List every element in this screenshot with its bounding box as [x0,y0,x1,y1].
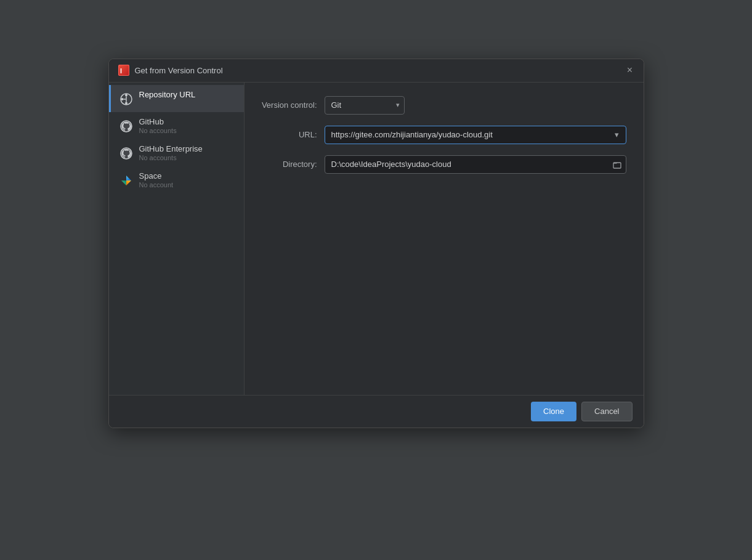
app-icon: I [118,64,130,76]
svg-point-5 [125,102,127,104]
sidebar-item-title-github-enterprise: GitHub Enterprise [139,144,203,153]
svg-point-4 [125,94,127,96]
cancel-button[interactable]: Cancel [581,402,632,421]
url-dropdown-button[interactable]: ▾ [610,128,624,142]
version-control-row: Version control: Git Mercurial Subversio… [262,96,626,115]
sidebar-item-github[interactable]: GitHub No accounts [109,112,244,139]
url-input-wrapper: ▾ [325,126,626,144]
url-label: URL: [262,130,317,139]
sidebar-item-subtitle-space: No account [139,181,174,189]
directory-row: Directory: [262,155,626,174]
sidebar-item-title-github: GitHub [139,117,177,126]
git-icon [118,91,134,107]
version-control-select[interactable]: Git Mercurial Subversion [325,96,405,115]
sidebar-item-repository-url[interactable]: Repository URL [109,85,244,112]
directory-input[interactable] [325,155,626,174]
dialog-window: I Get from Version Control × [108,59,644,428]
url-row: URL: ▾ [262,126,626,144]
sidebar: Repository URL GitHub No accounts [109,83,245,395]
clone-button[interactable]: Clone [531,402,576,421]
directory-browse-button[interactable] [610,158,624,171]
sidebar-item-subtitle-github: No accounts [139,127,177,134]
svg-point-6 [121,98,123,100]
title-bar: I Get from Version Control × [109,59,644,83]
dialog-footer: Clone Cancel [109,395,644,428]
github-enterprise-icon [118,145,134,161]
url-input[interactable] [325,126,626,144]
sidebar-item-github-enterprise[interactable]: GitHub Enterprise No accounts [109,139,244,166]
sidebar-item-subtitle-github-enterprise: No accounts [139,154,203,161]
version-control-label: Version control: [262,100,317,110]
main-content: Version control: Git Mercurial Subversio… [245,83,644,395]
version-control-select-wrapper: Git Mercurial Subversion [325,96,405,115]
dialog-title: Get from Version Control [135,66,625,75]
sidebar-item-content-github-enterprise: GitHub Enterprise No accounts [139,144,203,161]
space-icon [118,172,134,189]
dialog-body: Repository URL GitHub No accounts [109,83,644,395]
sidebar-item-content-space: Space No account [139,171,174,189]
sidebar-item-content-repository-url: Repository URL [139,90,196,99]
sidebar-item-space[interactable]: Space No account [109,166,244,193]
directory-input-wrapper [325,155,626,174]
sidebar-item-title-repository-url: Repository URL [139,90,196,99]
directory-label: Directory: [262,160,317,169]
sidebar-item-content-github: GitHub No accounts [139,117,177,134]
version-control-group: Git Mercurial Subversion [325,96,626,115]
sidebar-item-title-space: Space [139,171,174,181]
svg-text:I: I [120,67,122,75]
github-icon [118,118,134,134]
close-button[interactable]: × [625,65,635,75]
